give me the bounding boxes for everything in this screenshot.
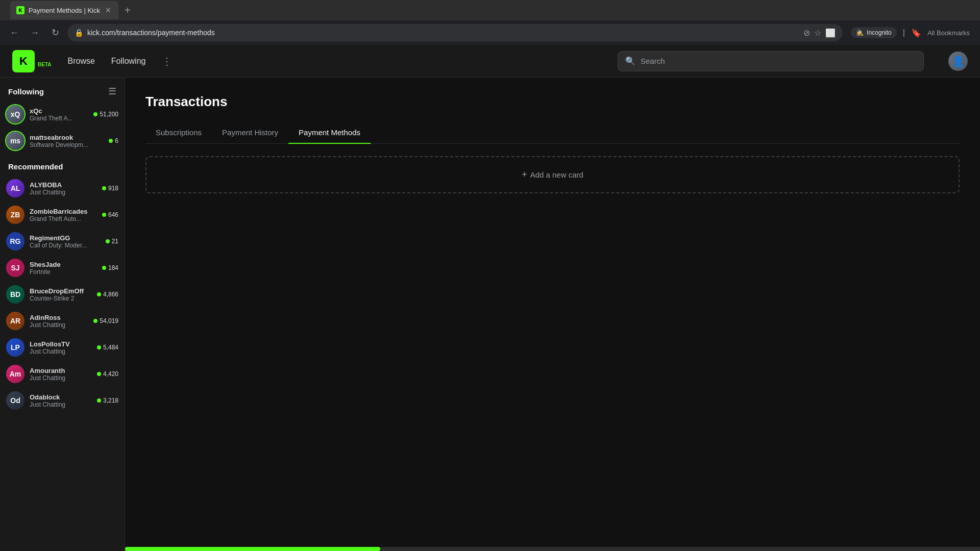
all-bookmarks-button[interactable]: All Bookmarks [923,27,974,39]
device-icon[interactable]: ⬜ [825,28,836,38]
incognito-label: Incognito [867,29,892,36]
tab-favicon: K [16,6,24,14]
following-title: Following [8,87,44,96]
streamer-game-shesjade: Fortnite [30,268,97,276]
streamer-name-shesjade: ShesJade [30,261,97,268]
streamer-avatar-regiment: RG [6,232,24,251]
sidebar-item-lospollos[interactable]: LP LosPollosTV Just Chatting 5,484 [0,334,125,361]
live-dot-adinross [93,319,97,323]
streamer-info-shesjade: ShesJade Fortnite [30,261,97,276]
following-item-xqc[interactable]: xQ xQc Grand Theft A... 51,200 [0,101,125,128]
sidebar-item-shesjade[interactable]: SJ ShesJade Fortnite 184 [0,255,125,281]
streamer-avatar-xqc: xQ [6,105,24,123]
streamer-name-xqc: xQc [30,107,88,115]
streamer-game-lospollos: Just Chatting [30,348,92,355]
tabs-row: Subscriptions Payment History Payment Me… [145,122,960,144]
tab-bar: K Payment Methods | Kick ✕ + [0,0,980,20]
browser-right: 🕵 Incognito | 🔖 All Bookmarks [851,27,974,39]
streamer-info-alyboba: ALYBOBA Just Chatting [30,181,97,196]
page-title: Transactions [145,94,960,110]
nav-following[interactable]: Following [111,55,146,68]
streamer-name-amouranth: Amouranth [30,367,92,374]
viewer-count-lospollos: 5,484 [97,344,118,351]
camera-off-icon: ⊘ [803,28,810,38]
live-dot-zombie [102,213,106,217]
streamer-game-xqc: Grand Theft A... [30,115,88,122]
app-container: K BETA Browse Following ⋮ 🔍 Search 👤 Fol… [0,45,980,551]
add-card-box[interactable]: + Add a new card [145,156,960,193]
streamer-name-adinross: AdinRoss [30,314,88,321]
live-dot-odablock [97,398,101,403]
sidebar-item-odablock[interactable]: Od Odablock Just Chatting 3,218 [0,387,125,414]
main-layout: Following ☰ xQ xQc Grand Theft A... 51,2… [0,78,980,551]
address-bar-row: ← → ↻ 🔒 kick.com/transactions/payment-me… [0,20,980,45]
live-dot-amouranth [97,372,101,376]
viewer-count-alyboba: 918 [102,185,118,192]
streamer-info-zombie: ZombieBarricades Grand Theft Auto... [30,208,97,222]
sidebar-item-amouranth[interactable]: Am Amouranth Just Chatting 4,420 [0,361,125,387]
reload-button[interactable]: ↻ [47,24,63,41]
streamer-info-amouranth: Amouranth Just Chatting [30,367,92,382]
live-dot-xqc [93,112,97,116]
tab-title: Payment Methods | Kick [29,7,100,14]
viewer-count-odablock: 3,218 [97,397,118,404]
streamer-avatar-shesjade: SJ [6,259,24,277]
viewer-count-xqc: 51,200 [93,111,118,118]
tab-close-button[interactable]: ✕ [104,6,112,14]
streamer-avatar-mattseabrook: ms [6,132,24,150]
sidebar-item-alyboba[interactable]: AL ALYBOBA Just Chatting 918 [0,175,125,202]
nav-browse[interactable]: Browse [67,55,94,68]
bookmark-sidebar-icon: 🔖 [911,28,921,38]
viewer-count-zombie: 646 [102,211,118,218]
new-tab-button[interactable]: + [120,3,135,17]
viewer-count-amouranth: 4,420 [97,370,118,378]
forward-button[interactable]: → [27,24,43,41]
kick-beta-label: BETA [38,62,51,67]
tab-payment-methods[interactable]: Payment Methods [288,122,371,144]
streamer-name-bruce: BruceDropEmOff [30,287,92,295]
browser-chrome: K Payment Methods | Kick ✕ + ← → ↻ 🔒 kic… [0,0,980,45]
streamer-info-adinross: AdinRoss Just Chatting [30,314,88,329]
streamer-name-regiment: RegimentGG [30,234,101,242]
sidebar-item-adinross[interactable]: AR AdinRoss Just Chatting 54,019 [0,308,125,334]
kick-logo[interactable]: K BETA [12,50,51,72]
address-bar[interactable]: 🔒 kick.com/transactions/payment-methods … [67,24,843,41]
live-dot-regiment [106,239,110,243]
recommended-title: Recommended [8,162,63,171]
sidebar: Following ☰ xQ xQc Grand Theft A... 51,2… [0,78,125,551]
sidebar-item-bruce[interactable]: BD BruceDropEmOff Counter-Strike 2 4,866 [0,281,125,308]
streamer-name-zombie: ZombieBarricades [30,208,97,215]
tab-subscriptions[interactable]: Subscriptions [145,122,212,144]
nav-more-button[interactable]: ⋮ [162,55,172,67]
top-nav: K BETA Browse Following ⋮ 🔍 Search 👤 [0,45,980,78]
add-card-label: + Add a new card [522,169,583,180]
following-section-header: Following ☰ [0,78,125,101]
kick-logo-icon: K [12,50,35,72]
search-bar[interactable]: 🔍 Search [618,51,924,71]
sidebar-item-regiment[interactable]: RG RegimentGG Call of Duty: Moder... 21 [0,228,125,255]
recommended-section-header: Recommended [0,154,125,175]
streamer-game-adinross: Just Chatting [30,321,88,329]
streamer-avatar-odablock: Od [6,391,24,410]
sidebar-item-zombie[interactable]: ZB ZombieBarricades Grand Theft Auto... … [0,202,125,228]
following-item-mattseabrook[interactable]: ms mattseabrook Software Developm... 6 [0,128,125,154]
horizontal-scrollbar-thumb [125,547,380,551]
streamer-game-amouranth: Just Chatting [30,374,92,382]
streamer-avatar-alyboba: AL [6,179,24,197]
streamer-info-xqc: xQc Grand Theft A... [30,107,88,122]
user-avatar[interactable]: 👤 [948,52,968,71]
sidebar-sort-icon[interactable]: ☰ [108,86,116,97]
back-button[interactable]: ← [6,24,22,41]
streamer-name-alyboba: ALYBOBA [30,181,97,189]
horizontal-scrollbar-track[interactable] [125,547,980,551]
tab-payment-history[interactable]: Payment History [212,122,288,144]
search-placeholder: Search [641,57,665,65]
live-dot-lospollos [97,345,101,349]
bookmark-icon[interactable]: ☆ [814,28,821,38]
main-content: Transactions Subscriptions Payment Histo… [125,78,980,551]
live-dot-bruce [97,292,101,296]
viewer-count-adinross: 54,019 [93,317,118,324]
active-tab[interactable]: K Payment Methods | Kick ✕ [10,1,118,19]
plus-icon: + [522,169,527,180]
streamer-game-alyboba: Just Chatting [30,189,97,196]
